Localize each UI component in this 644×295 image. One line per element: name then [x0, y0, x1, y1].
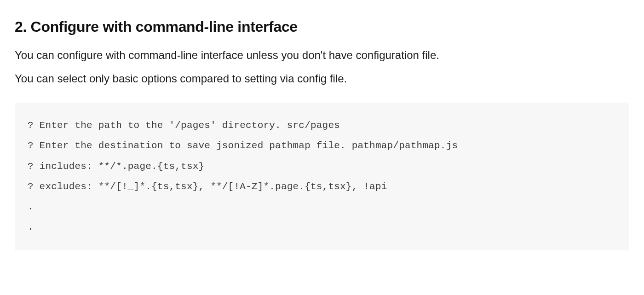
section-paragraph: You can select only basic options compar…: [15, 70, 629, 87]
section-paragraph: You can configure with command-line inte…: [15, 46, 629, 64]
code-block: ? Enter the path to the '/pages' directo…: [15, 103, 629, 250]
code-line: ? Enter the path to the '/pages' directo…: [28, 116, 616, 136]
code-line: ? excludes: **/[!_]*.{ts,tsx}, **/[!A-Z]…: [28, 177, 616, 197]
code-line: ? includes: **/*.page.{ts,tsx}: [28, 156, 616, 177]
code-line: .: [28, 197, 616, 217]
code-line: .: [28, 217, 616, 237]
section-heading: 2. Configure with command-line interface: [15, 18, 629, 35]
code-line: ? Enter the destination to save jsonized…: [28, 136, 616, 156]
